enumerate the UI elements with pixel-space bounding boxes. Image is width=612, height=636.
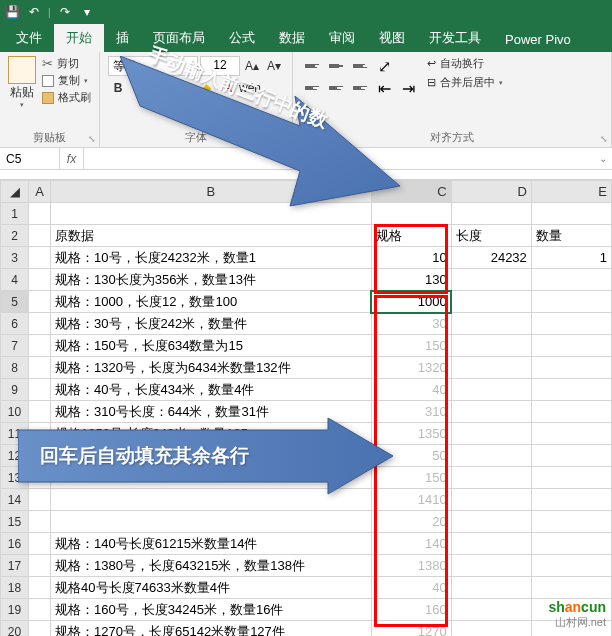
fx-icon[interactable]: fx xyxy=(60,148,84,169)
row-header[interactable]: 8 xyxy=(1,357,29,379)
cell[interactable]: 规格：1270号，长度65142米数量127件 xyxy=(51,621,372,637)
row-header[interactable]: 5 xyxy=(1,291,29,313)
tab-file[interactable]: 文件 xyxy=(4,24,54,52)
table-row[interactable]: 9规格：40号，长度434米，数量4件40 xyxy=(1,379,612,401)
row-header[interactable]: 7 xyxy=(1,335,29,357)
col-header-e[interactable]: E xyxy=(531,181,611,203)
tab-view[interactable]: 视图 xyxy=(367,24,417,52)
flash-fill-preview[interactable]: 40 xyxy=(371,577,451,599)
row-header[interactable]: 1 xyxy=(1,203,29,225)
flash-fill-preview[interactable]: 40 xyxy=(371,379,451,401)
table-row[interactable]: 4规格：130长度为356米，数量13件130 xyxy=(1,269,612,291)
table-row[interactable]: 6规格：30号，长度242米，数量件30 xyxy=(1,313,612,335)
redo-icon[interactable]: ↷ xyxy=(57,4,73,20)
flash-fill-preview[interactable]: 150 xyxy=(371,335,451,357)
cell[interactable] xyxy=(51,511,372,533)
chevron-down-icon: ▾ xyxy=(499,79,503,87)
flash-fill-preview[interactable]: 30 xyxy=(371,313,451,335)
flash-fill-preview[interactable]: 1320 xyxy=(371,357,451,379)
chevron-down-icon: ▾ xyxy=(20,101,24,109)
flash-fill-preview[interactable]: 20 xyxy=(371,511,451,533)
dialog-launcher-icon[interactable]: ⤡ xyxy=(88,134,96,144)
merge-center-label: 合并后居中 xyxy=(440,75,495,90)
row-header[interactable]: 3 xyxy=(1,247,29,269)
scissors-icon: ✂ xyxy=(42,56,53,71)
cell[interactable]: 数量 xyxy=(531,225,611,247)
format-painter-label: 格式刷 xyxy=(58,90,91,105)
wrap-text-button[interactable]: ↩自动换行 xyxy=(427,56,503,71)
cell[interactable]: 1 xyxy=(531,247,611,269)
cell[interactable]: 规格：160号，长度34245米，数量16件 xyxy=(51,599,372,621)
row-header[interactable]: 17 xyxy=(1,555,29,577)
table-row[interactable]: 18规格40号长度74633米数量4件40 xyxy=(1,577,612,599)
table-row[interactable]: 1520 xyxy=(1,511,612,533)
cell[interactable]: 规格：130长度为356米，数量13件 xyxy=(51,269,372,291)
cell[interactable]: 130 xyxy=(371,269,451,291)
table-row[interactable]: 16规格：140号长度61215米数量14件140 xyxy=(1,533,612,555)
table-row[interactable]: 7规格：150号，长度634数量为15150 xyxy=(1,335,612,357)
table-row[interactable]: 5规格：1000，长度12，数量1001000 xyxy=(1,291,612,313)
annotation-arrow-top: 手动输入前三行中的数 xyxy=(120,56,410,250)
annotation-arrow-bottom: 回车后自动填充其余各行 xyxy=(18,418,398,502)
format-painter-button[interactable]: 格式刷 xyxy=(42,90,91,105)
dialog-launcher-icon[interactable]: ⤡ xyxy=(600,134,608,144)
cell[interactable]: 规格：1380号，长度643215米，数量138件 xyxy=(51,555,372,577)
tab-formulas[interactable]: 公式 xyxy=(217,24,267,52)
cell[interactable]: 规格：30号，长度242米，数量件 xyxy=(51,313,372,335)
col-header-d[interactable]: D xyxy=(451,181,531,203)
row-header[interactable]: 18 xyxy=(1,577,29,599)
tab-home[interactable]: 开始 xyxy=(54,24,104,52)
cell[interactable]: 规格：140号长度61215米数量14件 xyxy=(51,533,372,555)
wrap-text-label: 自动换行 xyxy=(440,56,484,71)
tab-data[interactable]: 数据 xyxy=(267,24,317,52)
tab-power-pivot[interactable]: Power Pivo xyxy=(493,27,583,52)
merge-icon: ⊟ xyxy=(427,76,436,89)
flash-fill-preview[interactable]: 140 xyxy=(371,533,451,555)
name-box[interactable]: C5 xyxy=(0,148,60,169)
row-header[interactable]: 6 xyxy=(1,313,29,335)
cell[interactable]: 规格：40号，长度434米，数量4件 xyxy=(51,379,372,401)
row-header[interactable]: 2 xyxy=(1,225,29,247)
quick-access-toolbar: 💾 ↶ | ↷ ▾ xyxy=(0,0,612,24)
flash-fill-preview[interactable]: 160 xyxy=(371,599,451,621)
cell[interactable]: 规格：1320号，长度为6434米数量132件 xyxy=(51,357,372,379)
brush-icon xyxy=(42,92,54,104)
save-icon[interactable]: 💾 xyxy=(4,4,20,20)
row-header[interactable]: 20 xyxy=(1,621,29,637)
active-cell[interactable]: 1000 xyxy=(371,291,451,313)
chevron-down-icon: ▾ xyxy=(84,77,88,85)
qat-dropdown-icon[interactable]: ▾ xyxy=(79,4,95,20)
flash-fill-preview[interactable]: 1380 xyxy=(371,555,451,577)
tab-review[interactable]: 审阅 xyxy=(317,24,367,52)
table-row[interactable]: 20规格：1270号，长度65142米数量127件1270 xyxy=(1,621,612,637)
cell[interactable]: 长度 xyxy=(451,225,531,247)
table-row[interactable]: 17规格：1380号，长度643215米，数量138件1380 xyxy=(1,555,612,577)
expand-formula-bar-icon[interactable]: ⌄ xyxy=(594,148,612,169)
tab-developer[interactable]: 开发工具 xyxy=(417,24,493,52)
row-header[interactable]: 4 xyxy=(1,269,29,291)
select-all-cell[interactable]: ◢ xyxy=(1,181,29,203)
table-row[interactable]: 8规格：1320号，长度为6434米数量132件1320 xyxy=(1,357,612,379)
copy-label: 复制 xyxy=(58,73,80,88)
row-header[interactable]: 9 xyxy=(1,379,29,401)
copy-icon xyxy=(42,75,54,87)
merge-center-button[interactable]: ⊟合并后居中▾ xyxy=(427,75,503,90)
copy-button[interactable]: 复制▾ xyxy=(42,73,91,88)
cell[interactable]: 规格：150号，长度634数量为15 xyxy=(51,335,372,357)
undo-icon[interactable]: ↶ xyxy=(26,4,42,20)
tab-insert[interactable]: 插 xyxy=(104,24,141,52)
paste-label: 粘贴 xyxy=(10,84,34,101)
flash-fill-preview[interactable]: 1270 xyxy=(371,621,451,637)
row-header[interactable]: 16 xyxy=(1,533,29,555)
col-header-a[interactable]: A xyxy=(29,181,51,203)
cell[interactable]: 规格：1000，长度12，数量100 xyxy=(51,291,372,313)
clipboard-group-label: 剪贴板 xyxy=(0,130,99,145)
cell[interactable]: 24232 xyxy=(451,247,531,269)
wrap-icon: ↩ xyxy=(427,57,436,70)
row-header[interactable]: 15 xyxy=(1,511,29,533)
qat-separator: | xyxy=(48,7,51,18)
table-row[interactable]: 19规格：160号，长度34245米，数量16件160 xyxy=(1,599,612,621)
row-header[interactable]: 19 xyxy=(1,599,29,621)
cut-button[interactable]: ✂剪切 xyxy=(42,56,91,71)
cell[interactable]: 规格40号长度74633米数量4件 xyxy=(51,577,372,599)
